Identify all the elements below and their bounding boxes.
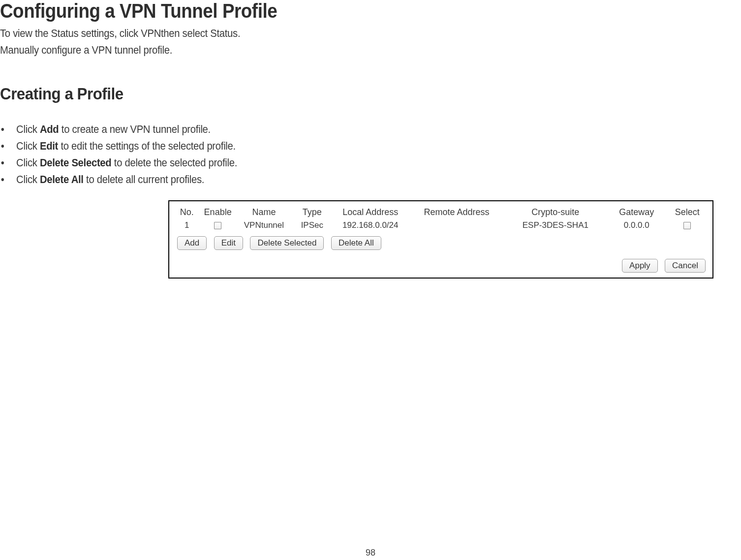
text: to create a new VPN tunnel profile. [59, 123, 210, 135]
text: to delete the selected profile. [111, 156, 237, 169]
list-item: Click Add to create a new VPN tunnel pro… [0, 121, 682, 138]
list-item: Click Edit to edit the settings of the s… [0, 138, 682, 155]
table-row: 1 VPNtunnel IPSec 192.168.0.0/24 ESP-3DE… [174, 219, 708, 234]
text: Click [16, 123, 40, 135]
table-header-row: No. Enable Name Type Local Address Remot… [174, 204, 708, 219]
bold-text: Add [40, 123, 59, 135]
page-number: 98 [0, 548, 741, 558]
apply-cancel-row: Apply Cancel [174, 250, 708, 273]
col-header-crypto: Crypto-suite [505, 204, 606, 219]
col-header-type: Type [292, 204, 332, 219]
edit-button[interactable]: Edit [214, 236, 243, 250]
col-header-name: Name [236, 204, 292, 219]
bold-text: Delete Selected [40, 156, 111, 169]
bold-text: Delete All [40, 173, 84, 186]
intro-line-2: Manually configure a VPN tunnel profile. [0, 42, 682, 59]
col-header-remote: Remote Address [408, 204, 505, 219]
cell-name: VPNtunnel [236, 219, 292, 234]
cell-local: 192.168.0.0/24 [333, 219, 409, 234]
cell-remote [408, 219, 505, 234]
col-header-select: Select [667, 204, 708, 219]
vpn-profile-table: No. Enable Name Type Local Address Remot… [174, 204, 708, 234]
select-checkbox[interactable] [683, 222, 691, 229]
instruction-list: Click Add to create a new VPN tunnel pro… [0, 121, 741, 188]
add-button[interactable]: Add [177, 236, 207, 250]
col-header-no: No. [174, 204, 200, 219]
text: Click [16, 140, 40, 152]
cell-no: 1 [174, 219, 200, 234]
cell-gateway: 0.0.0.0 [606, 219, 667, 234]
enable-checkbox[interactable] [214, 222, 221, 229]
cell-type: IPSec [292, 219, 332, 234]
cell-crypto: ESP-3DES-SHA1 [505, 219, 606, 234]
apply-button[interactable]: Apply [622, 259, 658, 273]
cell-enable [200, 219, 236, 234]
bold-text: Edit [40, 140, 58, 152]
vpn-profile-panel: No. Enable Name Type Local Address Remot… [168, 200, 713, 279]
col-header-enable: Enable [200, 204, 236, 219]
list-item: Click Delete Selected to delete the sele… [0, 155, 682, 171]
text: to edit the settings of the selected pro… [58, 140, 236, 152]
page-title: Configuring a VPN Tunnel Profile [0, 0, 682, 22]
cell-select [667, 219, 708, 234]
text: Click [16, 156, 40, 169]
section-heading: Creating a Profile [0, 84, 682, 103]
action-button-row: Add Edit Delete Selected Delete All [174, 234, 708, 250]
delete-all-button[interactable]: Delete All [331, 236, 381, 250]
cancel-button[interactable]: Cancel [665, 259, 706, 273]
list-item: Click Delete All to delete all current p… [0, 171, 682, 188]
intro-line-1: To view the Status settings, click VPNth… [0, 25, 682, 42]
text: to delete all current profiles. [84, 173, 204, 186]
col-header-local: Local Address [333, 204, 409, 219]
text: Click [16, 173, 40, 186]
col-header-gateway: Gateway [606, 204, 667, 219]
delete-selected-button[interactable]: Delete Selected [250, 236, 324, 250]
